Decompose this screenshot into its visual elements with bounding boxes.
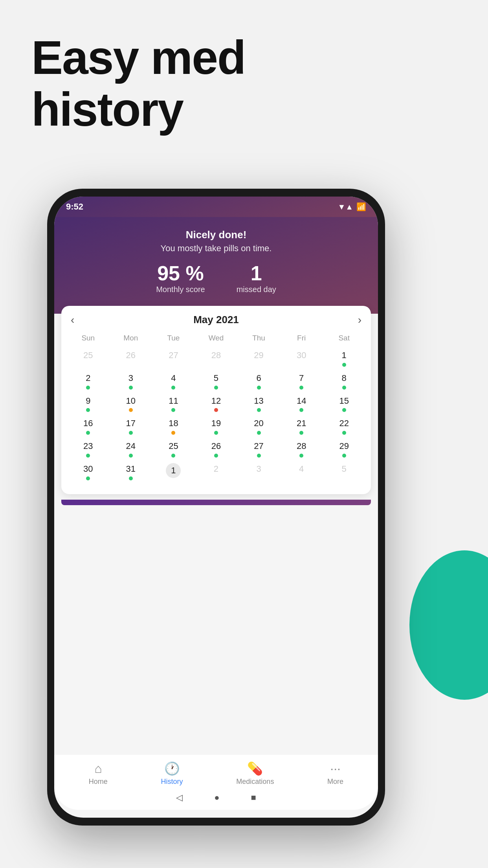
cal-day-dot [257, 454, 261, 458]
calendar-day[interactable]: 26 [195, 438, 238, 461]
cal-day-number: 5 [214, 372, 218, 384]
calendar-day[interactable]: 2 [67, 370, 110, 393]
medications-icon: 💊 [247, 761, 263, 776]
calendar-day[interactable]: 1 [152, 461, 195, 486]
cal-day-number: 4 [171, 372, 176, 384]
calendar-day[interactable]: 2 [195, 461, 238, 486]
calendar-day[interactable]: 25 [67, 347, 110, 370]
calendar-header: ‹ May 2021 › [67, 314, 365, 326]
cal-day-dot [214, 476, 218, 480]
calendar-day[interactable]: 18 [152, 415, 195, 438]
calendar-day[interactable]: 13 [237, 393, 280, 416]
calendar-day[interactable]: 25 [152, 438, 195, 461]
hero-line1: Easy med [31, 31, 245, 83]
cal-day-dot [86, 408, 90, 412]
calendar-day[interactable]: 17 [110, 415, 152, 438]
home-label: Home [89, 778, 108, 786]
cal-day-number: 2 [214, 463, 218, 475]
calendar-day[interactable]: 19 [195, 415, 238, 438]
calendar-day[interactable]: 23 [67, 438, 110, 461]
calendar-day[interactable]: 3 [237, 461, 280, 486]
cal-day-dot [171, 454, 175, 458]
calendar-day[interactable]: 5 [323, 461, 365, 486]
calendar-day[interactable]: 12 [195, 393, 238, 416]
signal-icon: 📶 [356, 202, 366, 211]
day-header-wed: Wed [195, 332, 238, 344]
calendar-grid: 2526272829301234567891011121314151617181… [67, 347, 365, 486]
calendar-next-button[interactable]: › [358, 314, 361, 326]
home-icon: ⌂ [94, 761, 102, 776]
cal-day-number: 14 [297, 395, 306, 407]
cal-day-dot [257, 386, 261, 390]
nav-item-home[interactable]: ⌂ Home [89, 761, 108, 786]
calendar-day[interactable]: 4 [152, 370, 195, 393]
calendar-day[interactable]: 1 [323, 347, 365, 370]
calendar-day[interactable]: 26 [110, 347, 152, 370]
cal-day-number: 3 [128, 372, 133, 384]
cal-day-dot [129, 386, 133, 390]
nav-item-history[interactable]: 🕐 History [161, 761, 183, 786]
cal-day-dot [299, 363, 303, 367]
calendar-day[interactable]: 29 [323, 438, 365, 461]
more-label: More [327, 778, 343, 786]
bottom-nav: ⌂ Home 🕐 History 💊 Medications ··· More [54, 755, 378, 810]
nav-item-medications[interactable]: 💊 Medications [236, 761, 274, 786]
calendar-day[interactable]: 27 [152, 347, 195, 370]
calendar-card: ‹ May 2021 › Sun Mon Tue Wed Thu Fri Sat… [61, 306, 371, 494]
calendar-day[interactable]: 5 [195, 370, 238, 393]
calendar-day[interactable]: 16 [67, 415, 110, 438]
calendar-day[interactable]: 30 [67, 461, 110, 486]
cal-day-number: 4 [299, 463, 304, 475]
calendar-day[interactable]: 29 [237, 347, 280, 370]
day-header-fri: Fri [280, 332, 323, 344]
phone-frame: 9:52 ▼▲ 📶 Nicely done! You mostly take p… [47, 189, 385, 826]
calendar-day[interactable]: 6 [237, 370, 280, 393]
cal-day-number: 12 [211, 395, 221, 407]
status-time: 9:52 [66, 202, 83, 212]
cal-day-number: 27 [254, 440, 263, 452]
calendar-prev-button[interactable]: ‹ [71, 314, 74, 326]
android-recent-btn[interactable]: ■ [251, 793, 256, 803]
calendar-day[interactable]: 10 [110, 393, 152, 416]
cal-day-dot [299, 408, 303, 412]
nav-item-more[interactable]: ··· More [327, 761, 343, 786]
cal-day-number: 6 [256, 372, 261, 384]
calendar-day[interactable]: 9 [67, 393, 110, 416]
cal-day-number: 30 [297, 349, 306, 362]
history-icon: 🕐 [164, 761, 180, 776]
calendar-day[interactable]: 8 [323, 370, 365, 393]
cal-day-dot [214, 408, 218, 412]
cal-day-number: 9 [86, 395, 90, 407]
cal-day-number: 13 [254, 395, 263, 407]
android-home-btn[interactable]: ● [214, 793, 219, 803]
cal-day-dot [86, 431, 90, 435]
status-icons: ▼▲ 📶 [338, 202, 366, 211]
day-header-thu: Thu [237, 332, 280, 344]
cal-day-number: 28 [211, 349, 221, 362]
android-back-btn[interactable]: ◁ [176, 793, 183, 803]
cal-day-dot [257, 408, 261, 412]
cal-day-number: 17 [126, 417, 136, 430]
cal-day-dot [342, 363, 346, 367]
bottom-nav-items: ⌂ Home 🕐 History 💊 Medications ··· More [54, 755, 378, 786]
calendar-day[interactable]: 11 [152, 393, 195, 416]
calendar-day[interactable]: 28 [195, 347, 238, 370]
calendar-day[interactable]: 20 [237, 415, 280, 438]
calendar-day[interactable]: 21 [280, 415, 323, 438]
calendar-day[interactable]: 4 [280, 461, 323, 486]
cal-day-dot [171, 363, 175, 367]
calendar-day[interactable]: 31 [110, 461, 152, 486]
cal-day-dot [299, 431, 303, 435]
calendar-day[interactable]: 22 [323, 415, 365, 438]
cal-day-number: 25 [83, 349, 93, 362]
calendar-day[interactable]: 24 [110, 438, 152, 461]
cal-day-dot [214, 363, 218, 367]
cal-day-number: 29 [254, 349, 263, 362]
calendar-day[interactable]: 7 [280, 370, 323, 393]
calendar-day[interactable]: 28 [280, 438, 323, 461]
calendar-day[interactable]: 27 [237, 438, 280, 461]
calendar-day[interactable]: 30 [280, 347, 323, 370]
calendar-day[interactable]: 14 [280, 393, 323, 416]
calendar-day[interactable]: 15 [323, 393, 365, 416]
calendar-day[interactable]: 3 [110, 370, 152, 393]
